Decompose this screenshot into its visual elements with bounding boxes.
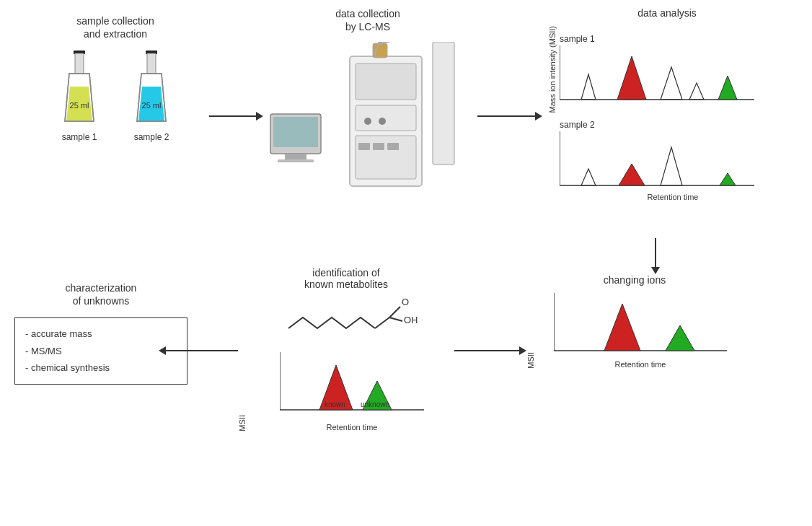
svg-rect-15 [278, 159, 314, 162]
arrow-lc-to-analysis [477, 112, 542, 120]
known-metabolites-xlabel: Retention time [250, 423, 454, 431]
svg-line-52 [389, 307, 400, 317]
svg-text:known: known [325, 400, 345, 408]
svg-point-23 [364, 118, 371, 125]
changing-ions-chrom: MSII Retention time [526, 293, 743, 369]
svg-line-51 [375, 317, 389, 328]
svg-marker-30 [581, 74, 596, 100]
data-analysis-section: data analysis Mass ion intensity (MSII) … [548, 7, 786, 209]
sample2-chrom-label: sample 2 [560, 120, 786, 130]
svg-marker-33 [661, 67, 682, 100]
svg-text:25 ml: 25 ml [70, 101, 89, 110]
svg-rect-1 [75, 53, 84, 74]
sample2-label: sample 2 [134, 132, 169, 142]
data-collection-section: data collectionby LC-MS [260, 7, 476, 203]
known-metabolites-section: identification ofknown metabolites O OH … [238, 267, 454, 431]
svg-marker-42 [661, 147, 682, 185]
svg-rect-13 [273, 117, 318, 147]
arrow-sample-to-lc [209, 112, 263, 120]
svg-rect-17 [356, 63, 416, 100]
known-metabolites-yaxis: MSII [238, 415, 247, 431]
char-unknowns-title: characterizationof unknowns [14, 281, 187, 307]
changing-ions-title: changing ions [526, 274, 743, 286]
chrom2-svg [560, 131, 754, 189]
chrom2-area: sample 2 Ret [560, 120, 786, 201]
changing-ions-chart: Retention time [538, 293, 743, 369]
char-item-2: - MS/MS [25, 343, 177, 359]
svg-marker-40 [619, 164, 645, 185]
known-metabolites-title: identification ofknown metabolites [238, 267, 454, 290]
chromatogram2-container: . sample 2 [548, 120, 786, 201]
flask1-wrapper: 25 ml sample 1 [50, 49, 108, 142]
molecule-area: O OH [238, 296, 454, 349]
changing-ions-section: changing ions MSII Retention time [526, 274, 743, 369]
svg-marker-31 [617, 56, 646, 100]
data-collection-title: data collectionby LC-MS [260, 7, 476, 33]
workflow-diagram: sample collectionand extraction 25 ml [0, 0, 812, 526]
changing-ions-svg [554, 293, 727, 358]
molecule-svg: O OH [274, 296, 418, 346]
svg-text:25 ml: 25 ml [142, 101, 162, 110]
chrom2-with-yaxis: . sample 2 [548, 120, 786, 201]
svg-marker-49 [666, 325, 694, 351]
yaxis-label: Mass ion intensity (MSII) [548, 26, 557, 113]
char-item-3: - chemical synthesis [25, 359, 177, 376]
svg-text:OH: OH [404, 315, 418, 325]
known-metabolites-chart: known unknown Retention time [250, 352, 454, 431]
chromatogram1-container: Mass ion intensity (MSII) sample 1 [548, 26, 786, 113]
arrow-changing-to-known [454, 346, 526, 355]
flask1-svg: 25 ml [50, 49, 108, 128]
svg-marker-34 [689, 83, 704, 100]
sample1-chrom-label: sample 1 [560, 34, 786, 44]
char-unknowns-section: characterizationof unknowns - accurate m… [14, 281, 187, 385]
svg-rect-19 [356, 136, 416, 179]
lcms-instrument-svg [263, 42, 472, 201]
known-metabolites-chrom: MSII known unknown Retention time [238, 352, 454, 431]
svg-rect-18 [356, 105, 416, 131]
changing-ions-yaxis: MSII [526, 352, 535, 369]
char-unknowns-box: - accurate mass - MS/MS - chemical synth… [14, 317, 187, 384]
svg-rect-26 [373, 143, 384, 150]
chrom1-with-yaxis: Mass ion intensity (MSII) sample 1 [548, 26, 786, 113]
svg-rect-27 [387, 143, 399, 150]
char-item-1: - accurate mass [25, 325, 177, 342]
svg-rect-25 [358, 143, 370, 150]
svg-rect-7 [147, 53, 156, 74]
svg-marker-35 [718, 76, 737, 100]
svg-text:O: O [402, 297, 409, 307]
chrom1-svg [560, 45, 754, 103]
sample1-label: sample 1 [62, 132, 97, 142]
sample-collection-section: sample collectionand extraction 25 ml [22, 14, 209, 146]
svg-marker-39 [581, 169, 596, 185]
known-metabolites-svg: known unknown [280, 352, 424, 421]
chrom1-area: sample 1 [560, 34, 786, 105]
svg-marker-47 [604, 304, 640, 351]
svg-point-24 [379, 118, 386, 125]
yaxis-spacer: . [548, 159, 557, 162]
flasks-row: 25 ml sample 1 25 ml sample 2 [22, 49, 209, 142]
svg-rect-22 [433, 42, 454, 165]
sample-collection-title: sample collectionand extraction [22, 14, 209, 40]
retention-time-label1: Retention time [560, 193, 786, 201]
changing-ions-xlabel: Retention time [538, 360, 743, 369]
flask2-svg: 25 ml [123, 49, 180, 128]
arrow-analysis-to-changing [651, 238, 660, 274]
svg-text:unknown: unknown [361, 400, 389, 408]
svg-line-54 [389, 317, 402, 321]
svg-marker-43 [720, 173, 736, 185]
svg-rect-14 [285, 154, 306, 159]
flask2-wrapper: 25 ml sample 2 [123, 49, 180, 142]
data-analysis-title: data analysis [548, 7, 786, 19]
